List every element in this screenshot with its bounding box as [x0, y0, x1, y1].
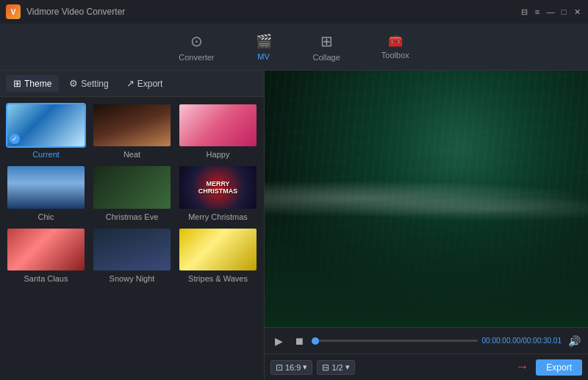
title-bar: V Vidmore Video Converter ⊟ ≡ — □ ✕ — [0, 0, 588, 24]
theme-grid: ✓ Current Neat Happy — [0, 97, 264, 380]
window-close-btn[interactable]: ✕ — [572, 7, 582, 17]
nav-converter-label: Converter — [179, 53, 214, 62]
stop-button[interactable]: ⏹ — [291, 333, 307, 349]
tab-setting[interactable]: ⚙ Setting — [62, 75, 115, 92]
nav-toolbox[interactable]: 🧰 Toolbox — [373, 31, 418, 62]
half-icon: ⊟ — [322, 362, 329, 373]
ratio-label: 16:9 — [285, 363, 301, 372]
theme-item-merry-christmas[interactable]: MERRYCHRISTMAS Merry Christmas — [178, 165, 258, 221]
theme-label-neat: Neat — [123, 150, 140, 159]
theme-label-snowy-night: Snowy Night — [110, 274, 155, 283]
export-button[interactable]: Export — [536, 359, 582, 376]
theme-item-christmas-eve[interactable]: Christmas Eve — [92, 165, 172, 221]
theme-item-chic[interactable]: Chic — [6, 165, 86, 221]
theme-label-current: Current — [32, 150, 60, 159]
tab-export[interactable]: ↗ Export — [119, 75, 171, 92]
left-panel: ⊞ Theme ⚙ Setting ↗ Export ✓ Curre — [0, 71, 265, 380]
video-ocean-bg — [265, 71, 588, 327]
right-panel: ▶ ⏹ 00:00:00.00/00:00:30.01 🔊 ⊡ 16:9 ▾ ⊟… — [265, 71, 588, 380]
volume-icon: 🔊 — [568, 335, 581, 347]
active-check-icon: ✓ — [10, 134, 20, 144]
collage-icon: ⊞ — [320, 32, 333, 50]
app-title: Vidmore Video Converter — [26, 7, 513, 17]
nav-collage-label: Collage — [313, 53, 340, 62]
ratio-icon: ⊡ — [276, 362, 283, 373]
theme-item-current[interactable]: ✓ Current — [6, 103, 86, 159]
wave-overlay — [265, 173, 588, 327]
video-bottom-bar: ⊡ 16:9 ▾ ⊟ 1/2 ▾ → Export — [265, 354, 588, 380]
half-button[interactable]: ⊟ 1/2 ▾ — [317, 360, 354, 375]
theme-tab-icon: ⊞ — [13, 78, 21, 89]
app-logo: V — [6, 4, 21, 19]
nav-toolbox-label: Toolbox — [381, 51, 409, 60]
export-tab-icon: ↗ — [126, 78, 135, 89]
stop-icon: ⏹ — [294, 335, 304, 347]
ratio-button[interactable]: ⊡ 16:9 ▾ — [270, 360, 312, 375]
theme-label-santa-claus: Santa Claus — [24, 274, 68, 283]
theme-label-merry-christmas: Merry Christmas — [188, 212, 248, 221]
play-icon: ▶ — [275, 335, 283, 347]
theme-item-neat[interactable]: Neat — [92, 103, 172, 159]
half-label: 1/2 — [331, 363, 343, 372]
window-minimize-btn[interactable]: ⊟ — [519, 7, 529, 17]
top-nav: ⊙ Converter 🎬 MV ⊞ Collage 🧰 Toolbox — [0, 24, 588, 71]
theme-item-snowy-night[interactable]: Snowy Night — [92, 227, 172, 283]
export-tab-label: Export — [137, 79, 163, 89]
theme-label-happy: Happy — [207, 150, 230, 159]
theme-label-christmas-eve: Christmas Eve — [106, 212, 159, 221]
theme-item-santa-claus[interactable]: Santa Claus — [6, 227, 86, 283]
mv-icon: 🎬 — [256, 33, 272, 49]
theme-item-happy[interactable]: Happy — [178, 103, 258, 159]
time-display: 00:00:00.00/00:00:30.01 — [482, 337, 562, 345]
half-chevron-icon: ▾ — [345, 362, 350, 372]
theme-label-chic: Chic — [37, 212, 54, 221]
nav-mv-label: MV — [257, 52, 270, 61]
tab-theme[interactable]: ⊞ Theme — [6, 75, 59, 92]
converter-icon: ⊙ — [190, 32, 203, 50]
main-layout: ⊞ Theme ⚙ Setting ↗ Export ✓ Curre — [0, 71, 588, 380]
theme-tab-label: Theme — [24, 79, 51, 89]
nav-collage[interactable]: ⊞ Collage — [304, 29, 349, 65]
ratio-chevron-icon: ▾ — [303, 362, 307, 372]
progress-bar[interactable] — [312, 340, 478, 342]
progress-dot — [312, 337, 319, 345]
nav-mv[interactable]: 🎬 MV — [247, 30, 281, 64]
video-preview — [265, 71, 588, 327]
theme-item-stripes-waves[interactable]: Stripes & Waves — [178, 227, 258, 283]
theme-label-stripes-waves: Stripes & Waves — [188, 274, 248, 283]
export-arrow-icon: → — [515, 359, 528, 375]
window-controls: ⊟ ≡ — □ ✕ — [519, 7, 582, 17]
toolbox-icon: 🧰 — [388, 34, 403, 48]
window-settings-btn[interactable]: ≡ — [532, 7, 542, 17]
nav-converter[interactable]: ⊙ Converter — [170, 29, 223, 65]
play-button[interactable]: ▶ — [270, 333, 287, 349]
window-minimize2-btn[interactable]: — — [545, 7, 556, 17]
setting-tab-icon: ⚙ — [69, 78, 78, 89]
volume-button[interactable]: 🔊 — [566, 333, 582, 349]
window-maximize-btn[interactable]: □ — [559, 7, 569, 17]
setting-tab-label: Setting — [81, 79, 108, 89]
video-controls: ▶ ⏹ 00:00:00.00/00:00:30.01 🔊 — [265, 327, 588, 354]
sub-tabs: ⊞ Theme ⚙ Setting ↗ Export — [0, 71, 264, 97]
